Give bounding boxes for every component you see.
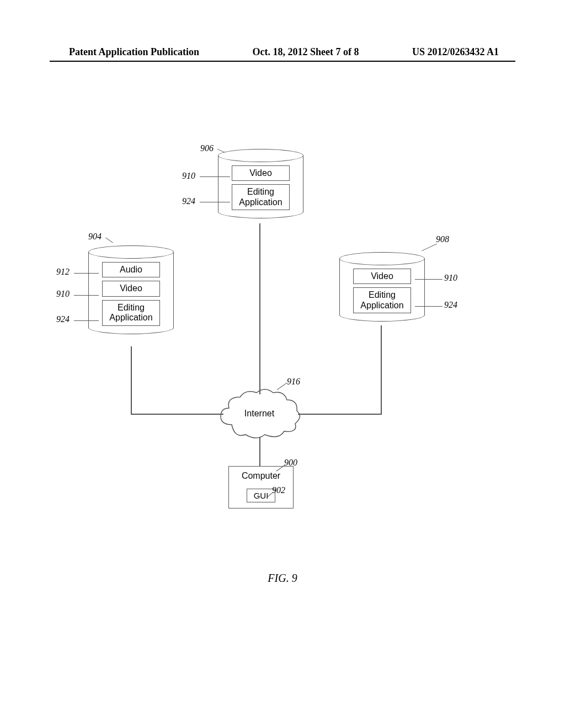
cylinder-904: Audio Video Editing Application bbox=[88, 245, 174, 334]
ref-916: 916 bbox=[287, 377, 300, 387]
cloud-internet: Internet bbox=[215, 386, 303, 441]
figure-9-diagram: Video Editing Application 906 910 924 Au… bbox=[55, 149, 508, 574]
ref-910-top: 910 bbox=[182, 171, 195, 181]
cloud-label: Internet bbox=[244, 409, 275, 418]
ref-924-top: 924 bbox=[182, 196, 195, 206]
header-rule bbox=[50, 61, 515, 62]
box-video: Video bbox=[232, 165, 290, 181]
ref-900: 900 bbox=[284, 458, 297, 468]
box-editing-app: Editing Application bbox=[232, 184, 290, 210]
header-left: Patent Application Publication bbox=[69, 46, 199, 58]
ref-910-left: 910 bbox=[56, 289, 70, 299]
box-video-right: Video bbox=[353, 269, 411, 284]
computer-label: Computer bbox=[237, 471, 285, 481]
header-right: US 2012/0263432 A1 bbox=[412, 46, 499, 58]
box-audio: Audio bbox=[102, 262, 160, 277]
page-header: Patent Application Publication Oct. 18, … bbox=[0, 46, 565, 58]
cylinder-908: Video Editing Application bbox=[339, 252, 425, 322]
header-center: Oct. 18, 2012 Sheet 7 of 8 bbox=[253, 46, 359, 58]
box-editing-app-left: Editing Application bbox=[102, 300, 160, 326]
ref-906: 906 bbox=[200, 143, 214, 153]
gui-box: GUI bbox=[247, 489, 276, 502]
ref-902: 902 bbox=[272, 485, 285, 495]
ref-924-left: 924 bbox=[56, 314, 70, 324]
cylinder-906: Video Editing Application bbox=[218, 149, 303, 218]
ref-910-right: 910 bbox=[444, 273, 457, 283]
ref-912: 912 bbox=[56, 267, 70, 277]
box-editing-app-right: Editing Application bbox=[353, 287, 411, 313]
figure-caption: FIG. 9 bbox=[0, 572, 565, 585]
ref-908: 908 bbox=[436, 234, 449, 244]
box-video-left: Video bbox=[102, 281, 160, 296]
ref-924-right: 924 bbox=[444, 300, 457, 310]
ref-904: 904 bbox=[88, 232, 102, 242]
